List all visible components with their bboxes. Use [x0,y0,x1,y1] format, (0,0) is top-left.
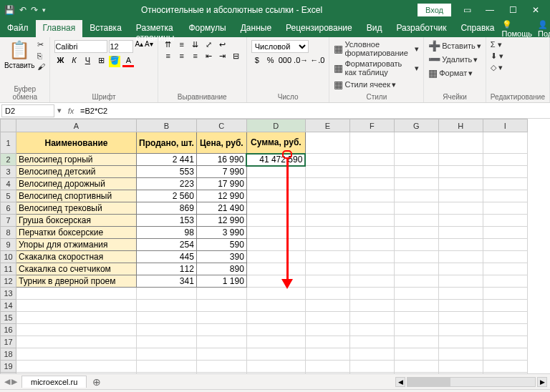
cell-E19[interactable] [305,361,349,373]
cell-F4[interactable] [349,178,394,190]
cell-D16[interactable] [246,324,305,336]
cell-D1[interactable]: Сумма, руб. [246,132,305,154]
cell-A1[interactable]: Наименование [16,132,137,154]
decrease-decimal-icon[interactable]: ←.0 [310,56,324,67]
cell-H2[interactable] [438,154,483,166]
close-button[interactable]: ✕ [526,1,546,19]
cell-D18[interactable] [246,348,305,361]
col-header-B[interactable]: B [137,119,197,132]
ribbon-options-icon[interactable]: ▭ [457,1,477,19]
save-icon[interactable]: 💾 [4,5,15,15]
cell-D15[interactable] [246,312,305,324]
cell-A11[interactable]: Скакалка со счетчиком [16,263,137,275]
cell-I14[interactable] [483,300,527,312]
fill-button[interactable]: ⬇ ▾ [491,52,545,61]
cell-F12[interactable] [349,275,394,288]
cell-D10[interactable] [246,251,305,263]
cell-G11[interactable] [394,263,438,275]
cell-I3[interactable] [483,166,527,178]
tell-me-button[interactable]: 💡 Помощь [502,20,533,38]
col-header-D[interactable]: D [246,119,305,132]
insert-cells-button[interactable]: ➕Вставить ▾ [428,40,481,52]
cell-C6[interactable]: 21 490 [196,202,246,215]
cell-D13[interactable] [246,288,305,300]
cell-H14[interactable] [438,300,483,312]
cell-C10[interactable]: 390 [196,251,246,263]
cell-F2[interactable] [349,154,394,166]
cell-D6[interactable] [246,202,305,215]
align-left-icon[interactable]: ≡ [163,52,174,63]
cell-C7[interactable]: 12 990 [196,215,246,227]
row-header-18[interactable]: 18 [1,348,16,361]
cell-styles-button[interactable]: ▦Стили ячеек ▾ [334,79,419,90]
cell-D3[interactable] [246,166,305,178]
cell-E12[interactable] [305,275,349,288]
cell-F5[interactable] [349,190,394,202]
cell-G2[interactable] [394,154,438,166]
cell-F10[interactable] [349,251,394,263]
cell-I1[interactable] [483,132,527,154]
cell-B5[interactable]: 2 560 [137,190,197,202]
cell-E15[interactable] [305,312,349,324]
row-header-11[interactable]: 11 [1,263,16,275]
cell-I2[interactable] [483,154,527,166]
sheet-nav-prev-icon[interactable]: ◀ [4,377,10,386]
paste-button[interactable]: 📋 Вставить [4,40,34,69]
formula-input[interactable]: =B2*C2 [77,107,550,115]
align-bottom-icon[interactable]: ⇊ [190,40,201,52]
cell-H8[interactable] [438,227,483,239]
cell-C18[interactable] [196,348,246,361]
cell-C19[interactable] [196,361,246,373]
cell-H19[interactable] [438,361,483,373]
cell-F20[interactable] [349,373,394,374]
fill-color-button[interactable]: 🪣 [109,56,120,67]
cell-F17[interactable] [349,336,394,348]
underline-button[interactable]: Ч [82,56,93,67]
cell-A10[interactable]: Скакалка скоростная [16,251,137,263]
cell-E6[interactable] [305,202,349,215]
cell-E17[interactable] [305,336,349,348]
row-header-20[interactable]: 20 [1,373,16,374]
cell-A2[interactable]: Велосипед горный [16,154,137,166]
comma-icon[interactable]: 000 [279,56,291,67]
cell-G15[interactable] [394,312,438,324]
cell-A6[interactable]: Велосипед трековый [16,202,137,215]
cell-G20[interactable] [394,373,438,374]
cell-I8[interactable] [483,227,527,239]
cell-H11[interactable] [438,263,483,275]
row-header-17[interactable]: 17 [1,336,16,348]
cell-B10[interactable]: 445 [137,251,197,263]
cell-A8[interactable]: Перчатки боксерские [16,227,137,239]
increase-indent-icon[interactable]: ⇥ [217,52,228,63]
cell-B8[interactable]: 98 [137,227,197,239]
cell-H1[interactable] [438,132,483,154]
cell-H16[interactable] [438,324,483,336]
cell-G19[interactable] [394,361,438,373]
row-header-13[interactable]: 13 [1,288,16,300]
clear-button[interactable]: ◇ ▾ [491,63,545,72]
cell-B1[interactable]: Продано, шт. [137,132,197,154]
format-cells-button[interactable]: ▦Формат ▾ [428,67,481,79]
col-header-E[interactable]: E [305,119,349,132]
cut-button[interactable]: ✂ [37,40,45,49]
cell-E5[interactable] [305,190,349,202]
cell-C1[interactable]: Цена, руб. [196,132,246,154]
qat-dropdown-icon[interactable]: ▾ [42,6,46,14]
cell-C5[interactable]: 12 990 [196,190,246,202]
autosum-button[interactable]: Σ ▾ [491,40,545,49]
row-header-19[interactable]: 19 [1,361,16,373]
name-box[interactable] [1,104,54,117]
cell-A19[interactable] [16,361,137,373]
cell-A13[interactable] [16,288,137,300]
cell-A7[interactable]: Груша боксерская [16,215,137,227]
cell-C17[interactable] [196,336,246,348]
cell-H4[interactable] [438,178,483,190]
cell-I5[interactable] [483,190,527,202]
increase-font-icon[interactable]: A▴ [135,40,143,53]
borders-button[interactable]: ⊞ [95,56,107,67]
cell-A9[interactable]: Упоры для отжимания [16,239,137,251]
col-header-A[interactable]: A [16,119,137,132]
cell-B9[interactable]: 254 [137,239,197,251]
decrease-font-icon[interactable]: A▾ [145,40,153,53]
cell-I18[interactable] [483,348,527,361]
